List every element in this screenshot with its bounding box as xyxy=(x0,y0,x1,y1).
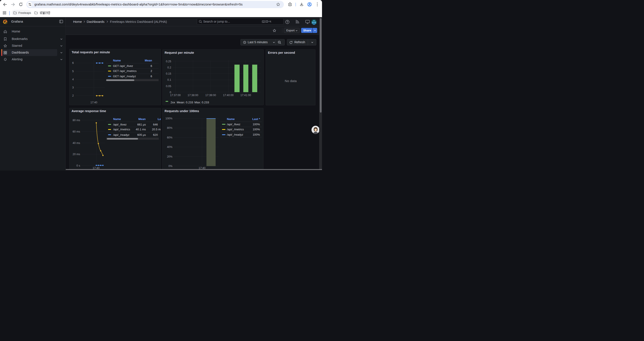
svg-text:/api/_/metrics: /api/_/metrics xyxy=(113,128,130,131)
svg-text:80 ms: 80 ms xyxy=(72,119,80,122)
svg-text:40 ms: 40 ms xyxy=(72,141,80,144)
svg-text:17:37:00: 17:37:00 xyxy=(170,94,180,97)
svg-text:/api/_/livez: /api/_/livez xyxy=(113,123,126,126)
svg-text:100%: 100% xyxy=(253,128,260,131)
svg-text:6: 6 xyxy=(72,62,74,65)
svg-text:3: 3 xyxy=(72,86,74,89)
svg-text:/api/_/readyz: /api/_/readyz xyxy=(227,133,243,136)
svg-text:100%: 100% xyxy=(253,133,260,136)
svg-text:80%: 80% xyxy=(167,126,172,129)
svg-text:/api/_/readyz: /api/_/readyz xyxy=(113,133,129,136)
svg-text:Mean: Mean xyxy=(138,117,146,121)
svg-text:Max: 0.233: Max: 0.233 xyxy=(194,101,209,104)
svg-text:Name: Name xyxy=(113,59,121,62)
svg-text:0 s: 0 s xyxy=(76,164,80,167)
svg-text:0.2: 0.2 xyxy=(167,66,171,69)
svg-text:20.5 m: 20.5 m xyxy=(152,128,161,131)
svg-text:/api/_/livez: /api/_/livez xyxy=(227,122,240,126)
svg-text:40.1 ms: 40.1 ms xyxy=(136,128,146,131)
svg-text:0.05: 0.05 xyxy=(166,85,171,88)
svg-text:0.25: 0.25 xyxy=(166,60,171,63)
svg-text:6: 6 xyxy=(150,64,152,68)
svg-text:/api/_/metrics: /api/_/metrics xyxy=(227,128,244,131)
svg-text:60 ms: 60 ms xyxy=(72,130,80,133)
svg-text:20 ms: 20 ms xyxy=(72,153,80,156)
svg-text:100%: 100% xyxy=(166,117,172,120)
svg-text:17:41:00: 17:41:00 xyxy=(240,94,251,97)
svg-text:646: 646 xyxy=(153,123,158,126)
svg-text:6: 6 xyxy=(150,75,152,78)
svg-text:2xx: 2xx xyxy=(170,101,175,104)
svg-text:5: 5 xyxy=(72,70,74,73)
svg-text:GET /api/_/metrics: GET /api/_/metrics xyxy=(113,70,137,73)
svg-text:Last *: Last * xyxy=(252,117,260,121)
svg-text:GET /api/_/livez: GET /api/_/livez xyxy=(113,64,133,68)
svg-text:605 µs: 605 µs xyxy=(137,133,146,136)
svg-text:20%: 20% xyxy=(167,155,172,158)
svg-text:4: 4 xyxy=(72,78,74,81)
svg-text:0.15: 0.15 xyxy=(166,72,171,75)
svg-text:Mean: 0.233: Mean: 0.233 xyxy=(177,101,193,104)
svg-text:2: 2 xyxy=(150,70,152,73)
svg-text:620: 620 xyxy=(153,133,158,136)
svg-text:40%: 40% xyxy=(167,146,172,149)
svg-text:Las: Las xyxy=(158,117,161,121)
svg-text:17:39:00: 17:39:00 xyxy=(205,94,216,97)
svg-text:Name: Name xyxy=(113,117,121,121)
svg-text:Mean: Mean xyxy=(145,59,152,62)
svg-text:17:40:00: 17:40:00 xyxy=(223,94,234,97)
svg-text:17:38:00: 17:38:00 xyxy=(188,94,198,97)
svg-text:17:40: 17:40 xyxy=(90,101,97,104)
svg-text:0%: 0% xyxy=(168,165,172,168)
svg-text:0.1: 0.1 xyxy=(167,78,171,81)
svg-text:100%: 100% xyxy=(253,122,260,126)
svg-text:60%: 60% xyxy=(167,136,172,139)
svg-text:GET /api/_/readyz: GET /api/_/readyz xyxy=(113,75,136,78)
svg-text:Name: Name xyxy=(227,117,234,121)
svg-text:661 µs: 661 µs xyxy=(137,123,146,126)
svg-text:2: 2 xyxy=(72,94,74,97)
